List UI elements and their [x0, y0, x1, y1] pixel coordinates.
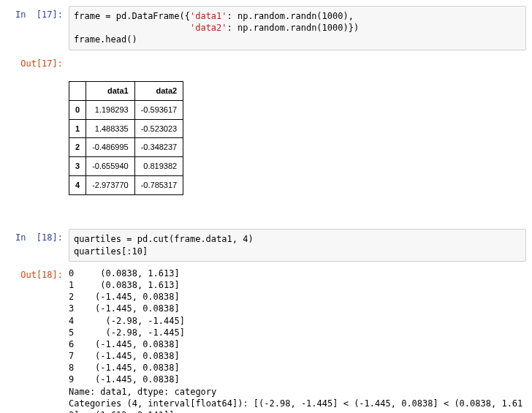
code-text: quartiles[:10] [74, 246, 148, 257]
output-area-17: data1 data2 0 1.198293 -0.593617 1 1.488… [69, 55, 526, 222]
output-cell-18: Out[18]: 0 (0.0838, 1.613] 1 (0.0838, 1.… [6, 266, 526, 413]
code-input-17[interactable]: frame = pd.DataFrame({'data1': np.random… [69, 6, 526, 50]
row-index: 3 [69, 157, 86, 176]
row-index: 1 [69, 119, 86, 138]
code-text: : np.random.randn(1000), [227, 11, 354, 21]
table-row: 0 1.198293 -0.593617 [69, 100, 183, 119]
cell-data1: -0.655940 [86, 157, 135, 176]
cell-data1: 1.198293 [86, 100, 135, 119]
output-text-18: 0 (0.0838, 1.613] 1 (0.0838, 1.613] 2 (-… [69, 266, 526, 413]
row-index: 4 [69, 176, 86, 195]
table-row: 4 -2.973770 -0.785317 [69, 176, 183, 195]
table-row: 3 -0.655940 0.819382 [69, 157, 183, 176]
row-index: 0 [69, 100, 86, 119]
dataframe-table: data1 data2 0 1.198293 -0.593617 1 1.488… [69, 81, 183, 195]
cell-data1: -0.486995 [86, 138, 135, 157]
table-header-blank [69, 81, 86, 100]
code-pad [74, 23, 190, 33]
cell-data1: 1.488335 [86, 119, 135, 138]
table-header-data2: data2 [134, 81, 183, 100]
table-header-data1: data1 [86, 81, 135, 100]
row-index: 2 [69, 138, 86, 157]
code-text: frame = pd.DataFrame({ [74, 11, 190, 21]
code-text: : np.random.randn(1000)}) [227, 23, 360, 33]
cell-data1: -2.973770 [86, 176, 135, 195]
in-prompt-18: In [18]: [6, 229, 69, 243]
cell-data2: -0.785317 [134, 176, 183, 195]
cell-data2: -0.523023 [134, 119, 183, 138]
cell-data2: 0.819382 [134, 157, 183, 176]
code-text: quartiles = pd.cut(frame.data1, 4) [74, 234, 254, 244]
code-text: frame.head() [74, 34, 137, 45]
out-prompt-18: Out[18]: [6, 266, 69, 280]
cell-data2: -0.593617 [134, 100, 183, 119]
output-cell-17: Out[17]: data1 data2 0 1.198293 -0.59361… [6, 55, 526, 222]
input-cell-18: In [18]: quartiles = pd.cut(frame.data1,… [6, 229, 526, 261]
code-input-18[interactable]: quartiles = pd.cut(frame.data1, 4) quart… [69, 229, 526, 261]
code-string: 'data2' [190, 23, 227, 33]
code-string: 'data1' [190, 11, 227, 21]
in-prompt-17: In [17]: [6, 6, 69, 20]
table-row: 1 1.488335 -0.523023 [69, 119, 183, 138]
table-row: 2 -0.486995 -0.348237 [69, 138, 183, 157]
input-cell-17: In [17]: frame = pd.DataFrame({'data1': … [6, 6, 526, 50]
out-prompt-17: Out[17]: [6, 55, 69, 69]
cell-data2: -0.348237 [134, 138, 183, 157]
